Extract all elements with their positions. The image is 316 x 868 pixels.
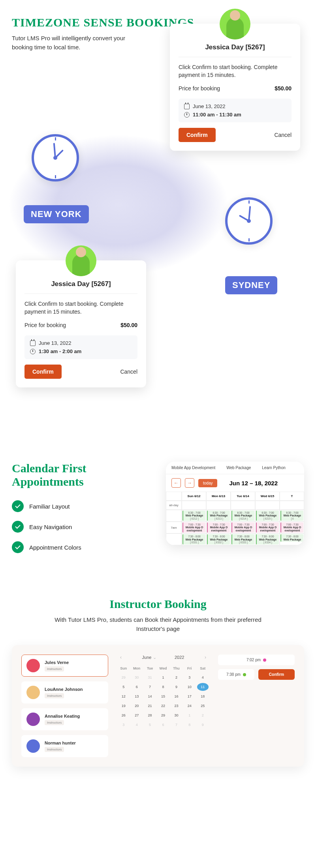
confirm-button[interactable]: Confirm xyxy=(24,365,62,379)
cal-cell[interactable]: 7:00 - 7:30Mobile App D evelopment xyxy=(255,522,280,534)
mini-day[interactable]: 29 xyxy=(157,711,169,719)
mini-day[interactable]: 18 xyxy=(197,692,209,700)
cal-event[interactable]: 6:30 - 7:00Web Package[ 6213 ] xyxy=(207,511,230,521)
mini-day[interactable]: 9 xyxy=(171,683,182,691)
mini-day[interactable]: 5 xyxy=(118,683,129,691)
mini-prev-button[interactable]: ‹ xyxy=(118,655,124,660)
mini-day[interactable]: 30 xyxy=(131,673,142,681)
mini-day[interactable]: 8 xyxy=(157,683,169,691)
cal-cell[interactable]: 6:30 - 7:00Web Package[ 6 xyxy=(280,510,304,522)
cal-cell[interactable] xyxy=(280,501,304,510)
cal-event[interactable]: 7:00 - 7:30Mobile App D evelopment xyxy=(231,522,254,533)
cal-tab[interactable]: Learn Python xyxy=(256,462,291,474)
mini-day[interactable]: 7 xyxy=(171,721,182,729)
cal-event[interactable]: 6:30 - 7:00Web Package[ 6215 ] xyxy=(256,511,279,521)
cal-event[interactable]: 7:30 - 8:00Web Package[ 6332 ] xyxy=(207,534,230,544)
cal-cell[interactable]: 6:30 - 7:00Web Package[ 6214 ] xyxy=(231,510,255,522)
cal-cell[interactable]: 7:00 - 7:30Mobile App D evelopment xyxy=(231,522,255,534)
mini-day[interactable]: 6 xyxy=(131,683,142,691)
mini-day[interactable]: 30 xyxy=(171,711,182,719)
cal-cell[interactable]: 6:30 - 7:00Web Package[ 6212 ] xyxy=(182,510,206,522)
today-button[interactable]: today xyxy=(198,479,217,487)
mini-day[interactable]: 27 xyxy=(131,711,142,719)
mini-day[interactable]: 31 xyxy=(144,673,156,681)
cal-cell[interactable]: 7:00 - 7:30Mobile App D evelopment xyxy=(280,522,304,534)
mini-day[interactable]: 16 xyxy=(171,692,182,700)
mini-day[interactable]: 21 xyxy=(144,702,156,710)
mini-day[interactable]: 28 xyxy=(144,711,156,719)
mini-day[interactable]: 14 xyxy=(144,692,156,700)
instructor-item[interactable]: LouAnne JohnsonInstructors xyxy=(21,681,108,703)
cal-event[interactable]: 7:00 - 7:30Mobile App D evelopment xyxy=(182,522,205,533)
mini-day[interactable]: 9 xyxy=(197,721,209,729)
prev-button[interactable]: ← xyxy=(171,478,181,488)
mini-day[interactable]: 4 xyxy=(131,721,142,729)
cal-cell[interactable]: 7:30 - 8:00Web Package[ 6332 ] xyxy=(206,533,231,545)
confirm-button[interactable]: Confirm xyxy=(179,128,216,142)
instructor-item[interactable]: Annalise KeatingInstructors xyxy=(21,708,108,730)
cal-cell[interactable] xyxy=(206,501,231,510)
cal-cell[interactable]: 7:30 - 8:00Web Package[ 6334 ] xyxy=(255,533,280,545)
mini-day[interactable]: 10 xyxy=(184,683,195,691)
mini-day[interactable]: 22 xyxy=(157,702,169,710)
mini-day[interactable]: 23 xyxy=(171,702,182,710)
cal-event[interactable]: 6:30 - 7:00Web Package[ 6214 ] xyxy=(231,511,254,521)
cal-event[interactable]: 7:00 - 7:30Mobile App D evelopment xyxy=(256,522,279,533)
mini-day[interactable]: 1 xyxy=(184,711,195,719)
cal-event[interactable]: 7:30 - 8:00Web Package xyxy=(280,534,303,542)
cal-cell[interactable] xyxy=(255,501,280,510)
confirm-slot-button[interactable]: Confirm xyxy=(258,669,295,680)
cal-cell[interactable]: 7:00 - 7:30Mobile App D evelopment xyxy=(182,522,206,534)
instructor-item[interactable]: Jules VerneInstructors xyxy=(21,655,108,677)
cal-tab[interactable]: Web Package xyxy=(221,462,256,474)
time-slot[interactable]: 7:38 pm xyxy=(218,669,254,680)
cal-time-label xyxy=(166,533,182,545)
mini-next-button[interactable]: › xyxy=(202,655,209,660)
mini-day[interactable]: 5 xyxy=(144,721,156,729)
mini-day[interactable]: 3 xyxy=(184,673,195,681)
cancel-button[interactable]: Cancel xyxy=(274,132,292,138)
cal-cell[interactable]: 7:00 - 7:30Mobile App D evelopment xyxy=(206,522,231,534)
cal-cell[interactable]: 7:30 - 8:00Web Package[ 6333 ] xyxy=(231,533,255,545)
mini-day[interactable]: 8 xyxy=(184,721,195,729)
cal-tab[interactable]: Mobile App Development xyxy=(166,462,221,474)
mini-day[interactable]: 2 xyxy=(171,673,182,681)
mini-day[interactable]: 13 xyxy=(131,692,142,700)
cal-event[interactable]: 6:30 - 7:00Web Package[ 6212 ] xyxy=(182,511,205,521)
mini-day[interactable]: 26 xyxy=(118,711,129,719)
cal-cell[interactable]: 6:30 - 7:00Web Package[ 6215 ] xyxy=(255,510,280,522)
mini-month[interactable]: June ⌄ xyxy=(142,655,157,660)
cal-cell[interactable]: 6:30 - 7:00Web Package[ 6213 ] xyxy=(206,510,231,522)
cal-event[interactable]: 7:30 - 8:00Web Package[ 6334 ] xyxy=(256,534,279,544)
mini-day[interactable]: 17 xyxy=(184,692,195,700)
mini-year[interactable]: 2022 xyxy=(175,655,184,660)
instructor-item[interactable]: Norman hunterInstructors xyxy=(21,735,108,757)
mini-day[interactable]: 12 xyxy=(118,692,129,700)
cal-cell[interactable]: 7:30 - 8:00Web Package xyxy=(280,533,304,545)
mini-day[interactable]: 1 xyxy=(157,673,169,681)
mini-day[interactable]: 29 xyxy=(118,673,129,681)
mini-day[interactable]: 11 xyxy=(197,683,209,691)
mini-day[interactable]: 2 xyxy=(197,711,209,719)
cal-event[interactable]: 7:30 - 8:00Web Package[ 6333 ] xyxy=(231,534,254,544)
mini-day[interactable]: 15 xyxy=(157,692,169,700)
mini-day[interactable]: 4 xyxy=(197,673,209,681)
mini-day[interactable]: 7 xyxy=(144,683,156,691)
mini-day[interactable]: 6 xyxy=(157,721,169,729)
cal-event[interactable]: 7:00 - 7:30Mobile App D evelopment xyxy=(280,522,303,533)
cal-event[interactable]: 7:00 - 7:30Mobile App D evelopment xyxy=(207,522,230,533)
cal-event[interactable]: 7:30 - 8:00Web Package[ 6331 ] xyxy=(182,534,205,544)
cal-cell[interactable] xyxy=(182,501,206,510)
cal-cell[interactable]: 7:30 - 8:00Web Package[ 6331 ] xyxy=(182,533,206,545)
mini-day[interactable]: 20 xyxy=(131,702,142,710)
status-dot-icon xyxy=(263,658,266,662)
mini-day[interactable]: 3 xyxy=(118,721,129,729)
cal-event[interactable]: 6:30 - 7:00Web Package[ 6 xyxy=(280,511,303,521)
mini-day[interactable]: 25 xyxy=(197,702,209,710)
mini-day[interactable]: 24 xyxy=(184,702,195,710)
cancel-button[interactable]: Cancel xyxy=(120,369,137,375)
time-slot[interactable]: 7:02 pm xyxy=(218,655,295,665)
next-button[interactable]: → xyxy=(185,478,194,488)
cal-cell[interactable] xyxy=(231,501,255,510)
mini-day[interactable]: 19 xyxy=(118,702,129,710)
